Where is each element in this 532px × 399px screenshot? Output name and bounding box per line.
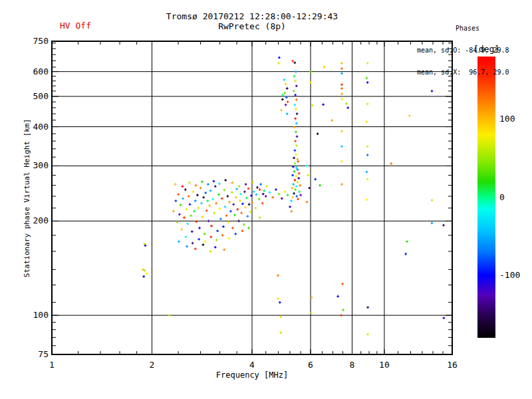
data-point: [286, 112, 289, 115]
colorbar-tick-label: 0: [499, 192, 505, 202]
data-point: [214, 186, 217, 188]
data-point: [346, 106, 349, 109]
data-point: [247, 227, 250, 229]
data-point: [232, 203, 235, 206]
data-point: [227, 221, 230, 224]
data-point: [275, 188, 277, 191]
data-point: [210, 235, 213, 238]
data-point: [295, 70, 297, 73]
data-point: [278, 193, 281, 196]
data-point: [314, 178, 317, 181]
data-point: [319, 184, 321, 187]
y-tick-label: 200: [33, 215, 49, 225]
data-point: [237, 220, 240, 223]
colorbar-tick-label: -100: [499, 270, 520, 280]
phases-summary: Phases mean, sd,O: -84.9, 29.8 mean, sd,…: [417, 10, 518, 90]
data-point: [198, 238, 200, 241]
data-point: [211, 198, 214, 201]
y-tick-label: 300: [33, 160, 49, 170]
data-point: [366, 81, 369, 84]
data-point: [294, 149, 297, 152]
data-point: [191, 231, 194, 233]
data-point: [340, 145, 343, 148]
data-point: [190, 215, 192, 217]
data-point: [204, 192, 207, 194]
data-point: [340, 72, 343, 75]
data-point: [208, 204, 211, 207]
y-tick-label: 750: [33, 36, 49, 46]
data-point: [286, 87, 289, 90]
data-point: [228, 201, 231, 203]
data-point: [142, 275, 145, 278]
data-point: [228, 237, 231, 240]
data-point: [290, 200, 293, 202]
data-point: [293, 75, 296, 78]
data-point: [299, 184, 302, 187]
data-point: [265, 195, 267, 198]
data-point: [366, 77, 368, 80]
data-point: [223, 249, 225, 251]
data-point: [284, 92, 287, 94]
data-point: [200, 202, 203, 205]
data-point: [296, 136, 299, 138]
data-point: [366, 103, 369, 106]
data-point: [205, 209, 208, 212]
data-point: [245, 197, 248, 200]
data-point: [287, 194, 289, 197]
data-point: [177, 194, 180, 196]
data-point: [198, 207, 200, 209]
data-point: [262, 193, 265, 196]
data-point: [294, 179, 297, 182]
data-point: [366, 171, 368, 174]
data-point: [168, 314, 171, 317]
data-point: [269, 191, 271, 194]
data-point: [265, 186, 268, 188]
data-point: [295, 84, 298, 87]
data-point: [291, 187, 294, 190]
data-point: [294, 62, 297, 65]
data-point: [195, 184, 198, 187]
data-point: [294, 104, 297, 106]
data-point: [295, 195, 298, 198]
data-point: [345, 102, 348, 105]
data-point: [293, 170, 296, 173]
data-point: [223, 189, 225, 192]
data-point: [295, 131, 297, 134]
data-point: [201, 216, 204, 219]
data-point: [201, 181, 203, 184]
data-point: [181, 228, 184, 231]
data-point: [297, 158, 299, 161]
data-point: [172, 210, 175, 213]
data-point: [293, 183, 295, 186]
data-point: [259, 188, 261, 191]
data-point: [204, 240, 207, 243]
data-point: [215, 239, 218, 241]
data-point: [277, 275, 279, 277]
data-point: [183, 217, 186, 219]
data-point: [366, 333, 369, 336]
data-point: [247, 215, 249, 218]
data-point: [245, 183, 247, 186]
data-point: [277, 297, 279, 300]
data-point: [227, 195, 229, 198]
data-point: [282, 94, 285, 96]
data-point: [243, 191, 246, 194]
data-point: [431, 199, 434, 201]
data-point: [240, 212, 243, 215]
data-point: [194, 247, 197, 250]
data-point: [291, 196, 294, 199]
data-point: [202, 196, 205, 199]
data-point: [295, 186, 298, 188]
data-point: [207, 183, 209, 186]
colorbar-tick-label: 100: [499, 114, 515, 124]
data-point: [243, 223, 245, 226]
data-point: [340, 84, 343, 86]
data-point: [281, 198, 283, 200]
y-tick-label: 600: [33, 66, 49, 76]
data-point: [258, 198, 261, 201]
data-point: [331, 119, 334, 122]
data-point: [206, 200, 209, 202]
data-point: [285, 104, 287, 106]
data-point: [281, 98, 284, 101]
data-point: [202, 243, 205, 246]
